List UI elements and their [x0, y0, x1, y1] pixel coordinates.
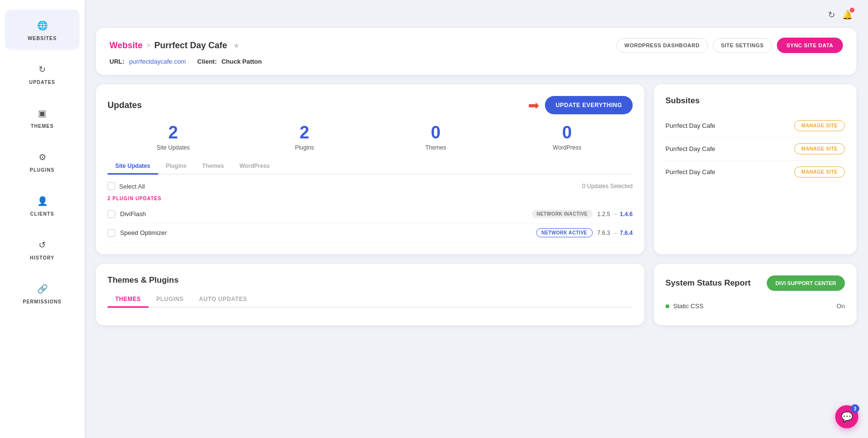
stat-wordpress: 0 WordPress [502, 124, 633, 151]
globe-icon: 🌐 [35, 18, 50, 33]
updates-selected-count: 0 Updates Selected [582, 183, 633, 190]
version-arrow-icon: → [612, 211, 618, 218]
updates-title: Updates [108, 100, 142, 110]
sync-site-data-button[interactable]: SYNC SITE DATA [777, 38, 843, 53]
update-everything-button[interactable]: UPDATE EVERYTHING [545, 96, 633, 114]
website-breadcrumb-link[interactable]: Website [109, 41, 143, 51]
header-card: Website > Purrfect Day Cafe ★ WORDPRESS … [96, 28, 856, 75]
sidebar-label-history: HISTORY [30, 255, 54, 260]
stat-label-themes: Themes [370, 144, 502, 151]
themes-plugins-card: Themes & Plugins THEMES PLUGINS AUTO UPD… [96, 264, 644, 325]
diviflash-name: DiviFlash [120, 210, 527, 218]
stat-site-updates: 2 Site Updates [108, 124, 239, 151]
breadcrumb: Website > Purrfect Day Cafe ★ [109, 41, 240, 51]
topbar-refresh-icon[interactable]: ↻ [828, 10, 835, 20]
manage-site-button-1[interactable]: MANAGE SITE [794, 120, 845, 131]
sidebar-item-clients[interactable]: 👤 CLIENTS [5, 185, 80, 225]
updates-header: Updates ➡ UPDATE EVERYTHING [108, 96, 633, 114]
select-all-row: Select All [108, 182, 145, 190]
diviflash-version: 1.2.5 → 1.4.6 [597, 211, 633, 218]
sub-tab-auto-updates[interactable]: AUTO UPDATES [191, 292, 255, 308]
themes-plugins-tabs: THEMES PLUGINS AUTO UPDATES [108, 292, 633, 308]
sidebar-item-permissions[interactable]: 🔗 PERMISSIONS [5, 273, 80, 313]
url-label: URL: [109, 58, 124, 65]
sidebar-item-websites[interactable]: 🌐 WEBSITES [5, 10, 80, 50]
status-label-static-css: Static CSS [673, 302, 833, 310]
subsites-card: Subsites Purrfect Day Cafe MANAGE SITE P… [654, 84, 856, 254]
updates-tabs: Site Updates Plugins Themes WordPress [108, 159, 633, 175]
header-top: Website > Purrfect Day Cafe ★ WORDPRESS … [109, 38, 843, 53]
stat-label-site-updates: Site Updates [108, 144, 239, 151]
subsite-row-2: Purrfect Day Cafe MANAGE SITE [665, 137, 845, 161]
arrow-right-icon: ➡ [528, 97, 539, 113]
sidebar-label-permissions: PERMISSIONS [23, 299, 61, 304]
divi-support-center-button[interactable]: DIVI SUPPORT CENTER [767, 275, 845, 291]
stat-number-site-updates: 2 [108, 124, 239, 141]
plugin-row-speed-optimizer: Speed Optimizer NETWORK ACTIVE 7.6.3 → 7… [108, 223, 633, 243]
main-content: ↻ 🔔 Website > Purrfect Day Cafe ★ WORDPR… [84, 0, 868, 438]
system-status-card: System Status Report DIVI SUPPORT CENTER… [654, 264, 856, 325]
system-status-title: System Status Report [665, 278, 751, 288]
sub-tab-themes[interactable]: THEMES [108, 292, 149, 308]
plugins-icon: ⚙ [35, 150, 50, 164]
bell-button[interactable]: 🔔 [842, 10, 853, 20]
stat-plugins: 2 Plugins [239, 124, 370, 151]
url-value: purrfectdaycafe.com [129, 58, 186, 65]
tab-themes[interactable]: Themes [194, 159, 231, 175]
bottom-grid: Themes & Plugins THEMES PLUGINS AUTO UPD… [96, 264, 856, 325]
clients-icon: 👤 [35, 194, 50, 208]
stat-themes: 0 Themes [370, 124, 502, 151]
star-icon[interactable]: ★ [233, 41, 240, 50]
wordpress-dashboard-button[interactable]: WORDPRESS DASHBOARD [616, 38, 708, 53]
subsite-name-1: Purrfect Day Cafe [665, 122, 715, 129]
select-all-checkbox[interactable] [108, 182, 115, 190]
speed-optimizer-version-to: 7.6.4 [620, 230, 633, 236]
sidebar-label-websites: WEBSITES [27, 36, 56, 41]
plugin-row-diviflash: DiviFlash NETWORK INACTIVE 1.2.5 → 1.4.6 [108, 205, 633, 223]
subsite-name-3: Purrfect Day Cafe [665, 168, 715, 176]
sidebar-item-updates[interactable]: ↻ UPDATES [5, 54, 80, 94]
system-status-header: System Status Report DIVI SUPPORT CENTER [665, 275, 845, 291]
subsite-name-2: Purrfect Day Cafe [665, 145, 715, 152]
subsite-row-1: Purrfect Day Cafe MANAGE SITE [665, 114, 845, 137]
tab-wordpress[interactable]: WordPress [231, 159, 277, 175]
sidebar: 🌐 WEBSITES ↻ UPDATES ▣ THEMES ⚙ PLUGINS … [0, 0, 84, 438]
speed-optimizer-version-from: 7.6.3 [597, 230, 610, 236]
top-bar: ↻ 🔔 [96, 10, 856, 20]
manage-site-button-2[interactable]: MANAGE SITE [794, 143, 845, 154]
notification-badge [850, 8, 854, 13]
update-everything-wrap: ➡ UPDATE EVERYTHING [528, 96, 633, 114]
diviflash-checkbox[interactable] [108, 210, 115, 218]
content-grid: Updates ➡ UPDATE EVERYTHING 2 Site Updat… [96, 84, 856, 254]
stat-label-plugins: Plugins [239, 144, 370, 151]
status-dot-static-css [665, 304, 669, 308]
subsite-row-3: Purrfect Day Cafe MANAGE SITE [665, 161, 845, 183]
themes-icon: ▣ [35, 106, 50, 121]
tab-plugins[interactable]: Plugins [158, 159, 194, 175]
stat-number-themes: 0 [370, 124, 502, 141]
speed-optimizer-checkbox[interactable] [108, 229, 115, 237]
stat-number-wordpress: 0 [502, 124, 633, 141]
chat-icon: 💬 [841, 411, 853, 423]
stat-number-plugins: 2 [239, 124, 370, 141]
history-icon: ↺ [35, 238, 50, 252]
select-all-label: Select All [119, 183, 145, 190]
sidebar-item-themes[interactable]: ▣ THEMES [5, 97, 80, 137]
sidebar-label-clients: CLIENTS [30, 211, 54, 217]
sub-tab-plugins[interactable]: PLUGINS [149, 292, 191, 308]
chat-bubble[interactable]: 💬 3 [835, 405, 858, 428]
header-meta: URL: purrfectdaycafe.com Client: Chuck P… [109, 58, 843, 65]
client-value: Chuck Patton [221, 58, 262, 65]
status-row-static-css: Static CSS On [665, 299, 845, 314]
sidebar-item-plugins[interactable]: ⚙ PLUGINS [5, 141, 80, 181]
tab-site-updates[interactable]: Site Updates [108, 159, 158, 175]
manage-site-button-3[interactable]: MANAGE SITE [794, 166, 845, 178]
speed-optimizer-name: Speed Optimizer [120, 229, 531, 236]
plugin-updates-section-label: 2 PLUGIN UPDATES [108, 196, 633, 201]
version-arrow-icon-2: → [612, 230, 618, 236]
sidebar-item-history[interactable]: ↺ HISTORY [5, 229, 80, 269]
speed-optimizer-status-badge: NETWORK ACTIVE [536, 228, 593, 237]
site-settings-button[interactable]: SITE SETTINGS [713, 38, 772, 53]
themes-plugins-title: Themes & Plugins [108, 275, 633, 285]
site-name: Purrfect Day Cafe [154, 41, 227, 51]
